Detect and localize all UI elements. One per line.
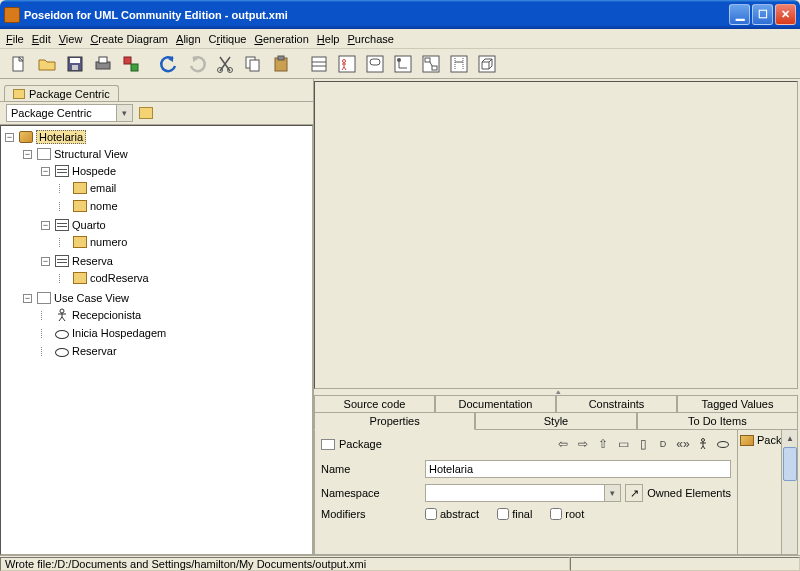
nav-up-icon[interactable]: ⇧ — [595, 436, 611, 452]
menu-create-diagram[interactable]: Create Diagram — [90, 33, 168, 45]
copy-button[interactable] — [240, 51, 266, 77]
diagram-canvas[interactable] — [314, 81, 798, 389]
collapse-icon[interactable]: − — [23, 150, 32, 159]
tree-node-recepcionista[interactable]: Recepcionista — [41, 307, 310, 323]
class-icon — [55, 165, 69, 177]
print-button[interactable] — [90, 51, 116, 77]
scroll-thumb[interactable] — [783, 447, 797, 481]
owned-elements-list[interactable]: Pack ▲ — [737, 430, 797, 554]
svg-point-26 — [397, 58, 401, 62]
close-button[interactable]: ✕ — [775, 4, 796, 25]
tab-todo[interactable]: To Do Items — [637, 412, 798, 430]
tab-properties[interactable]: Properties — [314, 412, 475, 430]
title-bar: Poseidon for UML Community Edition - out… — [0, 0, 800, 29]
modifiers-label: Modifiers — [321, 508, 421, 520]
menu-help[interactable]: Help — [317, 33, 340, 45]
generate-button[interactable] — [118, 51, 144, 77]
owned-elements-label: Owned Elements — [647, 487, 731, 499]
svg-rect-2 — [70, 58, 80, 63]
tree-area[interactable]: − Hotelaria − Structural View — [0, 125, 313, 555]
tree-node-quarto[interactable]: − Quarto — [41, 217, 310, 233]
datatype-tool-icon[interactable]: D — [655, 436, 671, 452]
menu-view[interactable]: View — [59, 33, 83, 45]
new-button[interactable] — [6, 51, 32, 77]
collapse-icon[interactable]: − — [5, 133, 14, 142]
folder-button[interactable] — [139, 107, 153, 119]
svg-line-45 — [703, 446, 705, 449]
stereotype-tool-icon[interactable]: «» — [675, 436, 691, 452]
svg-line-39 — [59, 317, 62, 321]
tree-label: Inicia Hospedagem — [72, 327, 166, 339]
tab-style[interactable]: Style — [475, 412, 636, 430]
collapse-icon[interactable]: − — [23, 294, 32, 303]
view-selector[interactable]: Package Centric — [6, 104, 133, 122]
nav-forward-icon[interactable]: ⇨ — [575, 436, 591, 452]
nav-back-icon[interactable]: ⇦ — [555, 436, 571, 452]
right-panel: Source code Documentation Constraints Ta… — [314, 79, 800, 555]
dropdown-icon[interactable] — [116, 105, 132, 121]
root-checkbox[interactable]: root — [550, 508, 584, 520]
tree-node-structural-view[interactable]: − Structural View — [23, 146, 310, 162]
minimize-button[interactable]: ▁ — [729, 4, 750, 25]
tree-node-nome[interactable]: nome — [59, 198, 310, 214]
tree-node-codreserva[interactable]: codReserva — [59, 270, 310, 286]
menu-file[interactable]: File — [6, 33, 24, 45]
attribute-icon — [73, 236, 87, 248]
collab-diagram-button[interactable] — [418, 51, 444, 77]
owned-item-label: Pack — [757, 434, 781, 446]
paste-button[interactable] — [268, 51, 294, 77]
tab-constraints[interactable]: Constraints — [556, 395, 677, 413]
class-diagram-button[interactable] — [306, 51, 332, 77]
tree-node-inicia-hospedagem[interactable]: Inicia Hospedagem — [41, 325, 310, 341]
menu-critique[interactable]: Critique — [209, 33, 247, 45]
tab-tagged-values[interactable]: Tagged Values — [677, 395, 798, 413]
tree-node-numero[interactable]: numero — [59, 234, 310, 250]
status-text: Wrote file:/D:/Documents and Settings/ha… — [0, 557, 570, 571]
vertical-scrollbar[interactable]: ▲ — [781, 430, 797, 554]
collapse-icon[interactable]: − — [41, 221, 50, 230]
dropdown-icon[interactable] — [604, 485, 620, 501]
tab-label: Package Centric — [29, 88, 110, 100]
activity-diagram-button[interactable] — [390, 51, 416, 77]
actor-tool-icon[interactable] — [695, 436, 711, 452]
tree-node-reservar[interactable]: Reservar — [41, 343, 310, 359]
scroll-up-icon[interactable]: ▲ — [782, 430, 798, 446]
sequence-diagram-button[interactable] — [446, 51, 472, 77]
final-checkbox[interactable]: final — [497, 508, 532, 520]
collapse-icon[interactable]: − — [41, 257, 50, 266]
maximize-button[interactable]: ☐ — [752, 4, 773, 25]
cut-button[interactable] — [212, 51, 238, 77]
tab-documentation[interactable]: Documentation — [435, 395, 556, 413]
usecase-tool-icon[interactable] — [715, 436, 731, 452]
package-tool-icon[interactable]: ▯ — [635, 436, 651, 452]
tree-node-reserva[interactable]: − Reserva — [41, 253, 310, 269]
deployment-diagram-button[interactable] — [474, 51, 500, 77]
undo-button[interactable] — [156, 51, 182, 77]
state-diagram-button[interactable] — [362, 51, 388, 77]
window-title: Poseidon for UML Community Edition - out… — [24, 9, 729, 21]
tree-node-email[interactable]: email — [59, 180, 310, 196]
folder-icon — [37, 292, 51, 304]
usecase-diagram-button[interactable] — [334, 51, 360, 77]
abstract-checkbox[interactable]: abstract — [425, 508, 479, 520]
tab-package-centric[interactable]: Package Centric — [4, 85, 119, 102]
menu-align[interactable]: Align — [176, 33, 200, 45]
save-button[interactable] — [62, 51, 88, 77]
class-tool-icon[interactable]: ▭ — [615, 436, 631, 452]
element-type-label: Package — [339, 438, 382, 450]
tree-node-hotelaria[interactable]: − Hotelaria — [5, 129, 310, 145]
menu-purchase[interactable]: Purchase — [348, 33, 394, 45]
name-label: Name — [321, 463, 421, 475]
namespace-combo[interactable] — [425, 484, 621, 502]
collapse-icon[interactable]: − — [41, 167, 50, 176]
open-button[interactable] — [34, 51, 60, 77]
tree-node-usecase-view[interactable]: − Use Case View — [23, 290, 310, 306]
svg-rect-17 — [339, 56, 355, 72]
tree-node-hospede[interactable]: − Hospede — [41, 163, 310, 179]
redo-button[interactable] — [184, 51, 210, 77]
tab-source-code[interactable]: Source code — [314, 395, 435, 413]
goto-button[interactable]: ↗ — [625, 484, 643, 502]
name-input[interactable] — [425, 460, 731, 478]
menu-edit[interactable]: Edit — [32, 33, 51, 45]
menu-generation[interactable]: Generation — [254, 33, 308, 45]
